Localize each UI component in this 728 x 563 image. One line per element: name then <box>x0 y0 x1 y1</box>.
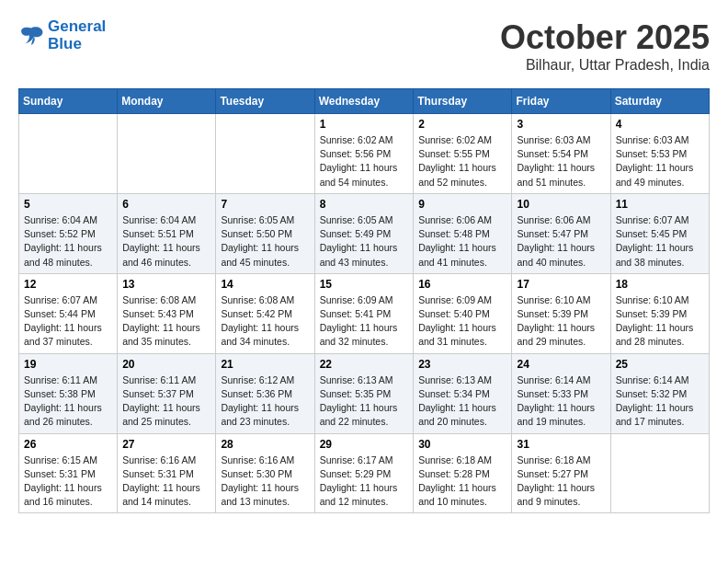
day-number: 26 <box>24 438 112 451</box>
day-info: Sunrise: 6:13 AM Sunset: 5:34 PM Dayligh… <box>418 373 506 430</box>
location-subtitle: Bilhaur, Uttar Pradesh, India <box>500 57 710 74</box>
day-info: Sunrise: 6:10 AM Sunset: 5:39 PM Dayligh… <box>517 293 605 350</box>
calendar-cell: 29Sunrise: 6:17 AM Sunset: 5:29 PM Dayli… <box>314 433 414 513</box>
calendar-cell: 26Sunrise: 6:15 AM Sunset: 5:31 PM Dayli… <box>19 433 118 513</box>
day-info: Sunrise: 6:05 AM Sunset: 5:50 PM Dayligh… <box>221 213 309 270</box>
day-info: Sunrise: 6:07 AM Sunset: 5:45 PM Dayligh… <box>616 213 704 270</box>
day-info: Sunrise: 6:17 AM Sunset: 5:29 PM Dayligh… <box>320 454 409 510</box>
calendar-cell: 18Sunrise: 6:10 AM Sunset: 5:39 PM Dayli… <box>610 273 709 353</box>
day-number: 1 <box>320 118 409 131</box>
calendar-cell: 4Sunrise: 6:03 AM Sunset: 5:53 PM Daylig… <box>610 114 709 194</box>
day-number: 5 <box>24 198 112 211</box>
calendar-cell: 1Sunrise: 6:02 AM Sunset: 5:56 PM Daylig… <box>314 114 414 194</box>
weekday-header: Monday <box>118 89 216 114</box>
day-info: Sunrise: 6:08 AM Sunset: 5:42 PM Dayligh… <box>221 293 309 350</box>
day-number: 31 <box>517 438 605 451</box>
logo-text: General Blue <box>48 18 106 52</box>
weekday-header: Saturday <box>610 89 709 114</box>
calendar-cell: 10Sunrise: 6:06 AM Sunset: 5:47 PM Dayli… <box>512 193 610 273</box>
day-info: Sunrise: 6:18 AM Sunset: 5:27 PM Dayligh… <box>517 454 605 510</box>
day-number: 15 <box>320 278 409 291</box>
day-number: 27 <box>122 438 210 451</box>
day-number: 2 <box>418 118 506 131</box>
calendar-cell: 11Sunrise: 6:07 AM Sunset: 5:45 PM Dayli… <box>610 193 709 273</box>
day-info: Sunrise: 6:14 AM Sunset: 5:33 PM Dayligh… <box>517 373 605 430</box>
calendar-cell: 20Sunrise: 6:11 AM Sunset: 5:37 PM Dayli… <box>118 353 216 433</box>
calendar-week-row: 19Sunrise: 6:11 AM Sunset: 5:38 PM Dayli… <box>19 353 710 433</box>
day-info: Sunrise: 6:07 AM Sunset: 5:44 PM Dayligh… <box>24 293 112 350</box>
calendar-cell: 15Sunrise: 6:09 AM Sunset: 5:41 PM Dayli… <box>314 273 414 353</box>
day-number: 30 <box>418 438 506 451</box>
day-number: 3 <box>517 118 605 131</box>
calendar-week-row: 12Sunrise: 6:07 AM Sunset: 5:44 PM Dayli… <box>19 273 710 353</box>
calendar-cell: 12Sunrise: 6:07 AM Sunset: 5:44 PM Dayli… <box>19 273 118 353</box>
weekday-header-row: SundayMondayTuesdayWednesdayThursdayFrid… <box>19 89 710 114</box>
day-number: 28 <box>221 438 309 451</box>
calendar-cell: 16Sunrise: 6:09 AM Sunset: 5:40 PM Dayli… <box>414 273 512 353</box>
calendar-cell: 17Sunrise: 6:10 AM Sunset: 5:39 PM Dayli… <box>512 273 610 353</box>
calendar-cell: 5Sunrise: 6:04 AM Sunset: 5:52 PM Daylig… <box>19 193 118 273</box>
calendar-cell: 7Sunrise: 6:05 AM Sunset: 5:50 PM Daylig… <box>216 193 314 273</box>
calendar-cell: 30Sunrise: 6:18 AM Sunset: 5:28 PM Dayli… <box>414 433 512 513</box>
calendar-cell: 25Sunrise: 6:14 AM Sunset: 5:32 PM Dayli… <box>610 353 709 433</box>
day-number: 11 <box>616 198 704 211</box>
calendar-cell: 22Sunrise: 6:13 AM Sunset: 5:35 PM Dayli… <box>314 353 414 433</box>
day-info: Sunrise: 6:03 AM Sunset: 5:53 PM Dayligh… <box>616 133 704 190</box>
day-info: Sunrise: 6:09 AM Sunset: 5:40 PM Dayligh… <box>418 293 506 350</box>
day-number: 20 <box>122 358 210 371</box>
weekday-header: Thursday <box>414 89 512 114</box>
day-info: Sunrise: 6:11 AM Sunset: 5:38 PM Dayligh… <box>24 373 112 430</box>
day-number: 29 <box>320 438 409 451</box>
day-number: 7 <box>221 198 309 211</box>
calendar-week-row: 5Sunrise: 6:04 AM Sunset: 5:52 PM Daylig… <box>19 193 710 273</box>
calendar-cell: 9Sunrise: 6:06 AM Sunset: 5:48 PM Daylig… <box>414 193 512 273</box>
calendar-cell: 8Sunrise: 6:05 AM Sunset: 5:49 PM Daylig… <box>314 193 414 273</box>
calendar-cell: 3Sunrise: 6:03 AM Sunset: 5:54 PM Daylig… <box>512 114 610 194</box>
calendar-cell <box>118 114 216 194</box>
day-number: 12 <box>24 278 112 291</box>
day-info: Sunrise: 6:16 AM Sunset: 5:31 PM Dayligh… <box>122 454 210 510</box>
day-info: Sunrise: 6:02 AM Sunset: 5:56 PM Dayligh… <box>320 133 409 190</box>
day-number: 16 <box>418 278 506 291</box>
calendar-cell: 19Sunrise: 6:11 AM Sunset: 5:38 PM Dayli… <box>19 353 118 433</box>
day-info: Sunrise: 6:08 AM Sunset: 5:43 PM Dayligh… <box>122 293 210 350</box>
day-number: 10 <box>517 198 605 211</box>
calendar-cell: 13Sunrise: 6:08 AM Sunset: 5:43 PM Dayli… <box>118 273 216 353</box>
calendar-cell: 14Sunrise: 6:08 AM Sunset: 5:42 PM Dayli… <box>216 273 314 353</box>
day-number: 9 <box>418 198 506 211</box>
day-info: Sunrise: 6:05 AM Sunset: 5:49 PM Dayligh… <box>320 213 409 270</box>
weekday-header: Wednesday <box>314 89 414 114</box>
title-block: October 2025 Bilhaur, Uttar Pradesh, Ind… <box>500 18 710 74</box>
page-header: General Blue October 2025 Bilhaur, Uttar… <box>18 18 710 74</box>
calendar-cell: 31Sunrise: 6:18 AM Sunset: 5:27 PM Dayli… <box>512 433 610 513</box>
calendar-week-row: 1Sunrise: 6:02 AM Sunset: 5:56 PM Daylig… <box>19 114 710 194</box>
logo: General Blue <box>18 18 106 52</box>
day-info: Sunrise: 6:03 AM Sunset: 5:54 PM Dayligh… <box>517 133 605 190</box>
day-number: 18 <box>616 278 704 291</box>
calendar-cell: 2Sunrise: 6:02 AM Sunset: 5:55 PM Daylig… <box>414 114 512 194</box>
weekday-header: Tuesday <box>216 89 314 114</box>
day-number: 6 <box>122 198 210 211</box>
calendar-week-row: 26Sunrise: 6:15 AM Sunset: 5:31 PM Dayli… <box>19 433 710 513</box>
day-number: 4 <box>616 118 704 131</box>
day-number: 8 <box>320 198 409 211</box>
calendar-cell: 21Sunrise: 6:12 AM Sunset: 5:36 PM Dayli… <box>216 353 314 433</box>
day-info: Sunrise: 6:15 AM Sunset: 5:31 PM Dayligh… <box>24 454 112 510</box>
day-number: 13 <box>122 278 210 291</box>
day-number: 17 <box>517 278 605 291</box>
day-info: Sunrise: 6:10 AM Sunset: 5:39 PM Dayligh… <box>616 293 704 350</box>
calendar-cell: 28Sunrise: 6:16 AM Sunset: 5:30 PM Dayli… <box>216 433 314 513</box>
day-number: 22 <box>320 358 409 371</box>
weekday-header: Sunday <box>19 89 118 114</box>
day-info: Sunrise: 6:16 AM Sunset: 5:30 PM Dayligh… <box>221 454 309 510</box>
day-info: Sunrise: 6:06 AM Sunset: 5:47 PM Dayligh… <box>517 213 605 270</box>
day-number: 19 <box>24 358 112 371</box>
day-info: Sunrise: 6:06 AM Sunset: 5:48 PM Dayligh… <box>418 213 506 270</box>
day-number: 25 <box>616 358 704 371</box>
calendar-cell: 24Sunrise: 6:14 AM Sunset: 5:33 PM Dayli… <box>512 353 610 433</box>
day-number: 24 <box>517 358 605 371</box>
month-title: October 2025 <box>500 18 710 57</box>
day-number: 21 <box>221 358 309 371</box>
day-info: Sunrise: 6:14 AM Sunset: 5:32 PM Dayligh… <box>616 373 704 430</box>
day-number: 23 <box>418 358 506 371</box>
